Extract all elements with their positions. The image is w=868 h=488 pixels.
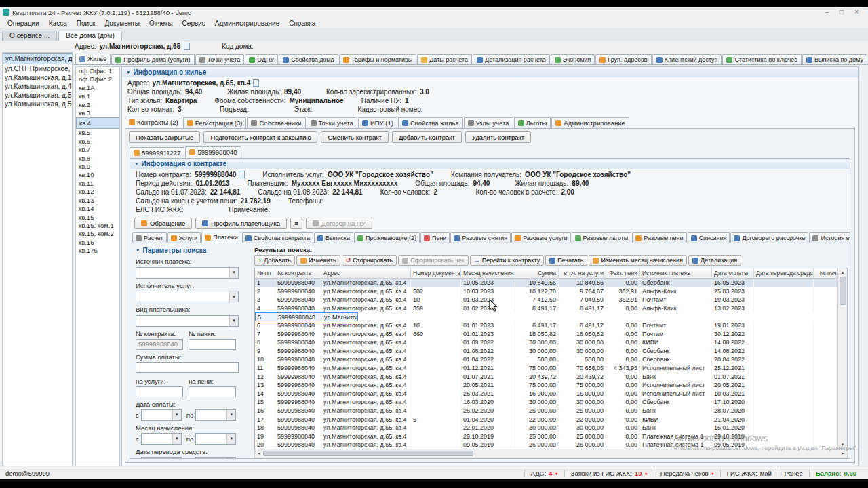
house-item[interactable]: ул.Камышинская, д.53 [3,91,72,100]
menu-item[interactable]: Касса [44,19,72,28]
house-tab[interactable]: Груп. адресов [595,54,651,64]
status-earlier[interactable]: Ранее [778,470,809,477]
column-header[interactable]: Источник платежа [640,268,712,278]
housing-info-header[interactable]: ▼ Информация о жилье [122,67,858,77]
copy-icon[interactable] [253,79,259,87]
payment-tab[interactable]: Разовые услуги [511,232,570,243]
unit-item[interactable]: оф.Офис 2 [76,75,119,83]
unit-tab[interactable]: Собственники [247,117,305,128]
transfer-date-range-from[interactable]: ▼ [141,457,182,459]
doc-tab[interactable]: Все дома (дом) [58,30,122,41]
payment-tab[interactable]: Услуги [167,232,201,243]
horizontal-scrollbar[interactable]: ◄ ► [254,449,848,458]
menu-item[interactable]: Поиск [72,19,100,28]
unit-item[interactable]: кв.10 [76,171,119,179]
payment-tab[interactable]: Выписка [314,232,353,243]
payment-tab[interactable]: Договоры о рассрочке [730,232,808,243]
house-item[interactable]: ул.Камышинская, д.48 [3,82,72,91]
table-row[interactable]: 1459999988040ул.Магнитогорская, д.65, кв… [255,390,837,399]
table-row[interactable]: 1959999988040ул.Магнитогорская, д.65, кв… [255,432,837,441]
for-services-input[interactable] [136,386,183,397]
table-row[interactable]: 1859999988040ул.Магнитогорская, д.65, кв… [255,424,837,432]
unit-item[interactable]: кв.16 [76,239,119,247]
goto-contract-button[interactable]: →Перейти к контракту [470,255,545,266]
unit-item[interactable]: кв.11 [76,180,119,188]
table-row[interactable]: 659999988040ул.Магнитогорская, д.65, кв.… [255,321,837,330]
contract-tab[interactable]: 59999988040 [185,146,241,158]
payment-tab[interactable]: Разовые снятия [450,232,511,243]
menu-item[interactable]: Документы [100,19,144,28]
column-header[interactable]: Номер документа [411,268,461,278]
payment-tab[interactable]: Списания [688,232,730,243]
table-row[interactable]: 159999988040ул.Магнитогорская, д.65, кв.… [255,279,837,287]
payment-tab[interactable]: Расчет [132,232,167,243]
unit-item[interactable]: кв.9 [76,163,119,171]
scroll-right-icon[interactable]: ► [841,451,845,455]
for-penalty-input[interactable] [189,386,236,397]
table-row[interactable]: 859999988040ул.Магнитогорская, д.65, кв.… [255,338,837,347]
doc-tab[interactable]: О сервисе ... [2,30,57,41]
payment-tab[interactable]: Проживающие (2) [354,232,420,243]
payment-tab[interactable]: Платежи [201,232,241,243]
payer-profile-button[interactable]: Профиль плательщика [195,218,287,229]
contract-number-input[interactable]: 59999988040 [136,339,183,350]
unit-tab[interactable]: Свойства жилья [398,117,463,128]
table-row[interactable]: 959999988040ул.Магнитогорская, д.65, кв.… [255,347,837,356]
appeal-button[interactable]: Обращение [134,218,192,229]
menu-item[interactable]: Отчеты [144,19,178,28]
unit-item[interactable]: кв.176 [76,247,119,255]
unit-item[interactable]: кв.13 [76,197,119,205]
menu-item[interactable]: Справка [284,19,320,28]
menu-item[interactable]: Операции [3,19,44,28]
batch-number-input[interactable] [189,339,236,350]
change-accrual-month-button[interactable]: Изменить месяц начисления [589,255,686,266]
table-row[interactable]: 1559999988040ул.Магнитогорская, д.65, кв… [255,398,837,407]
table-row[interactable]: 459999988040ул.Магнитогорская, д.65, кв.… [255,304,837,313]
unit-item[interactable]: кв.14 [76,205,119,213]
column-header[interactable]: Месяц начисления [461,268,515,278]
payment-tab[interactable]: Пени [420,232,450,243]
copy-icon[interactable] [184,43,190,50]
transfer-date-range-to[interactable]: ▼ [195,457,236,459]
unit-item[interactable]: кв.2 [76,101,119,109]
contract-action-button[interactable]: Удалить контракт [465,131,531,143]
house-tab[interactable]: Статистика по ключев [722,54,801,64]
pu-contract-button[interactable]: Договор на ПУ [306,218,372,229]
status-ads[interactable]: АДС: 4 ● [524,470,564,477]
payment-date-range-from[interactable]: ▼ [141,409,182,421]
unit-item[interactable]: кв.8 [76,155,119,163]
unit-tab[interactable]: Узлы учета [464,117,513,128]
menu-item[interactable]: Администрирование [210,19,284,28]
unit-item[interactable]: кв.15, ком.1 [76,222,119,230]
table-row[interactable]: 1759999988040ул.Магнитогорская, д.65, кв… [255,415,837,424]
table-row[interactable]: 359999988040ул.Магнитогорская, д.65, кв.… [255,296,837,304]
table-row[interactable]: 2059999988040ул.Магнитогорская, д.65, кв… [255,441,837,449]
table-row[interactable]: 1359999988040ул.Магнитогорская, д.65, кв… [255,381,837,390]
menu-item[interactable]: Сервис [178,19,210,28]
house-item[interactable]: ул.Камышинская, д.15 [3,73,72,82]
unit-tab[interactable]: Льготы [514,117,551,128]
contract-action-button[interactable]: Сменить контракт [321,131,389,143]
scroll-up-icon[interactable]: ▲ [841,268,845,277]
unit-tab[interactable]: Контракты (2) [125,117,182,128]
storno-button[interactable]: ↺Сторнировать [342,255,397,266]
house-item[interactable]: ул.СНТ Приморское, д.7 [3,64,72,73]
make-receipt-button[interactable]: Сформировать чек [398,255,469,266]
payment-tab[interactable]: Свойства контракта [242,232,313,243]
house-tab[interactable]: Тарифы и нормативы [339,54,416,64]
house-item[interactable]: ул.Камышинская, д.56 [3,100,72,108]
unit-item[interactable]: кв.3 [76,109,119,117]
column-header[interactable]: Адрес [321,268,411,278]
unit-item[interactable]: кв.5 [76,129,119,137]
unit-item[interactable]: кв.1А [76,84,119,92]
payment-source-select[interactable]: ▼ [136,267,239,279]
status-gis-requests[interactable]: Заявки из ГИС ЖКХ: 10 ● [564,470,654,477]
house-item[interactable]: ул.Магнитогорская, д.65 [3,53,73,64]
house-tab[interactable]: Экономия [551,54,595,64]
status-checks[interactable]: Передача чеков ● [654,470,720,477]
column-header[interactable]: № контракта [275,268,321,278]
payment-tab[interactable]: История воздействия [809,232,850,243]
contract-action-button[interactable]: Добавить контракт [392,131,462,143]
payer-list-icon-button[interactable]: ≡ [290,218,302,229]
close-icon[interactable]: × [854,9,859,16]
